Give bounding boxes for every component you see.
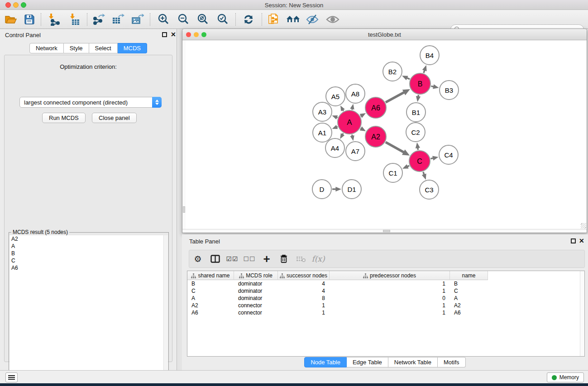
table-cell[interactable]: A2 [187, 302, 234, 309]
table-cell[interactable]: 1 [330, 309, 450, 316]
zoom-in-icon[interactable] [156, 13, 171, 26]
table-cell[interactable]: A [187, 295, 234, 302]
result-item[interactable]: A6 [10, 264, 164, 272]
zoom-fit-icon[interactable] [196, 13, 210, 26]
import-table-icon[interactable] [67, 13, 82, 26]
first-neighbors-icon[interactable] [286, 13, 300, 26]
float-table-panel-icon[interactable] [571, 238, 576, 243]
table-cell[interactable]: B [187, 280, 234, 287]
export-network-icon[interactable] [91, 13, 106, 26]
table-cell[interactable]: A6 [450, 309, 488, 316]
criterion-dropdown[interactable]: largest connected component (directed) [19, 97, 162, 108]
column-header-MCDS-role[interactable]: MCDS role [234, 271, 278, 280]
tab-network[interactable]: Network [29, 43, 64, 53]
show-panel-icon[interactable] [325, 13, 340, 26]
table-cell[interactable]: C [450, 287, 488, 295]
network-window-titlebar[interactable]: testGlobe.txt [182, 29, 587, 40]
table-cell[interactable]: dominator [234, 287, 278, 295]
table-cell[interactable]: connector [234, 309, 278, 316]
node-label-D1: D1 [347, 186, 356, 193]
table-cell[interactable]: A6 [187, 309, 234, 316]
delete-icon[interactable] [275, 254, 292, 263]
split-columns-icon[interactable] [206, 255, 224, 263]
tab-network-table[interactable]: Network Table [388, 357, 438, 367]
table-cell[interactable]: B [450, 280, 488, 287]
column-header-name[interactable]: name [450, 271, 488, 280]
export-image-icon[interactable] [130, 13, 144, 26]
tab-select[interactable]: Select [89, 43, 118, 53]
tab-mcds[interactable]: MCDS [118, 43, 147, 53]
add-column-icon[interactable]: + [258, 252, 275, 266]
column-header-predecessor-nodes[interactable]: predecessor nodes [330, 271, 450, 280]
tab-motifs[interactable]: Motifs [438, 357, 466, 367]
resize-grip-icon[interactable] [581, 223, 586, 229]
task-history-button[interactable] [5, 372, 18, 382]
table-row[interactable]: A6connector11A6 [187, 309, 488, 316]
tab-style[interactable]: Style [64, 43, 89, 53]
table-row[interactable]: Cdominator41C [187, 287, 488, 295]
column-type-icon [239, 273, 244, 278]
table-cell[interactable]: 0 [330, 295, 450, 302]
close-panel-button[interactable]: Close panel [92, 113, 137, 123]
table-cell[interactable]: dominator [234, 295, 278, 302]
memory-button[interactable]: Memory [547, 372, 584, 382]
column-header-shared-name[interactable]: shared name [187, 271, 234, 280]
table-row[interactable]: A2connector11A2 [187, 302, 488, 309]
float-panel-icon[interactable] [162, 32, 167, 37]
export-table-icon[interactable] [110, 13, 125, 26]
table-cell[interactable]: 4 [278, 287, 330, 295]
select-all-icon[interactable]: ☑☑ [224, 255, 241, 262]
run-mcds-button[interactable]: Run MCDS [42, 113, 86, 123]
table-cell[interactable]: 1 [330, 302, 450, 309]
tab-node-table[interactable]: Node Table [304, 357, 347, 367]
network-canvas[interactable]: B4B2BB3A5A8A6A3B1AA1C2A2A4A7C4CC1C3DD1 [186, 40, 587, 230]
table-row[interactable]: Bdominator41B [187, 280, 488, 287]
table-cell[interactable]: 1 [330, 287, 450, 295]
close-panel-icon[interactable]: ✕ [171, 31, 176, 38]
result-scrollbar[interactable] [163, 235, 168, 385]
result-item[interactable]: A2 [10, 235, 164, 243]
table-cell[interactable]: dominator [234, 280, 278, 287]
gear-icon[interactable]: ⚙ [189, 254, 206, 264]
tab-edge-table[interactable]: Edge Table [347, 357, 388, 367]
function-builder-icon[interactable]: f(x) [310, 254, 327, 263]
zoom-out-icon[interactable] [176, 13, 191, 26]
duplicate-network-icon[interactable] [267, 13, 281, 26]
delete-table-icon[interactable] [292, 255, 310, 262]
edge-C-C3[interactable] [423, 172, 424, 175]
zoom-selected-icon[interactable] [215, 13, 230, 26]
table-cell[interactable]: A [450, 295, 488, 302]
table-cell[interactable]: 1 [278, 309, 330, 316]
table-cell[interactable]: 4 [278, 280, 330, 287]
mcds-result-group: MCDS result (5 nodes) A2ABCA6 [9, 232, 169, 386]
table-cell[interactable]: C [187, 287, 234, 295]
edge-A2-C[interactable] [386, 142, 404, 152]
mcds-result-list[interactable]: A2ABCA6 [10, 235, 164, 385]
table-row[interactable]: Adominator80A [187, 295, 488, 302]
refresh-icon[interactable] [241, 13, 256, 26]
hide-panel-icon[interactable] [305, 13, 320, 26]
close-table-panel-icon[interactable]: ✕ [579, 237, 584, 244]
table-cell[interactable]: 8 [278, 295, 330, 302]
result-item[interactable]: C [10, 257, 164, 264]
table-cell[interactable]: A2 [450, 302, 488, 309]
edge-A6-B[interactable] [386, 92, 404, 102]
deselect-all-icon[interactable]: ☐☐ [241, 255, 258, 262]
status-bar: Memory [0, 370, 588, 383]
node-label-A8: A8 [351, 90, 359, 98]
table-scrollbar[interactable] [580, 271, 584, 356]
result-item[interactable]: A [10, 243, 164, 250]
column-header-successor-nodes[interactable]: successor nodes [278, 271, 330, 280]
table-cell[interactable]: connector [234, 302, 278, 309]
edge-B-B4[interactable] [424, 70, 425, 73]
edge-arrowhead [402, 164, 409, 169]
import-network-icon[interactable] [47, 13, 62, 26]
result-item[interactable]: B [10, 250, 164, 257]
network-left-scrollbar[interactable] [182, 40, 186, 230]
edge-B-B2[interactable] [407, 78, 410, 79]
save-session-icon[interactable] [22, 13, 37, 26]
table-cell[interactable]: 1 [330, 280, 450, 287]
table-cell[interactable]: 1 [278, 302, 330, 309]
network-bottom-scrollbar[interactable] [182, 229, 587, 233]
open-file-icon[interactable] [4, 13, 18, 26]
